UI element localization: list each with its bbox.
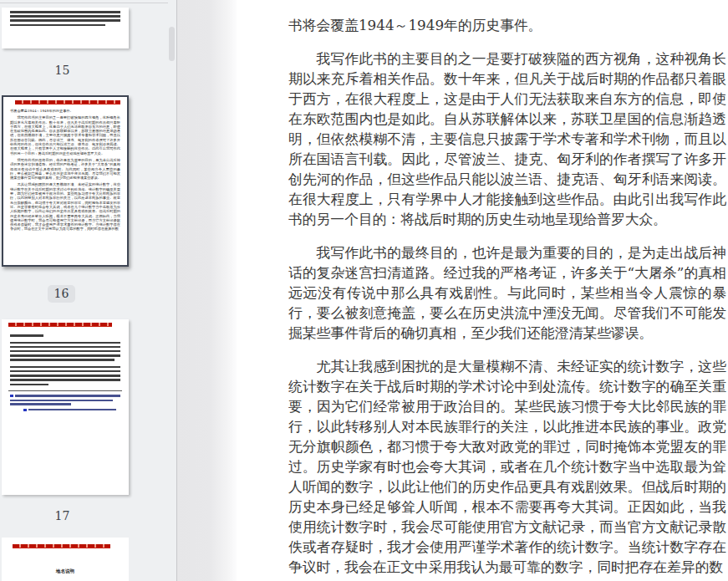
page-thumbnail-15[interactable]	[2, 8, 129, 48]
paragraph: 我写作此书的主要目的之一是要打破狭隘的西方视角，这种视角长期以来充斥着相关作品。…	[288, 48, 726, 229]
red-heading-line	[15, 100, 120, 104]
red-heading-line	[13, 544, 110, 548]
footnote-ref-marker	[10, 395, 13, 397]
pdf-reader-window: 15 书将会覆盖1944～1949年的历史事件。 我写作此书的主要目的之一是要打…	[0, 0, 728, 581]
page-thumbnail-16[interactable]: 书将会覆盖1944～1949年的历史事件。 我写作此书的主要目的之一是要打破狭隘…	[2, 95, 129, 267]
thumbnail-paragraph: 我写作此书的主要目的之一是要打破狭隘的西方视角，这种视角长期以来充斥着相关作品。…	[10, 115, 120, 155]
thumbnail-sidebar: 15 书将会覆盖1944～1949年的历史事件。 我写作此书的主要目的之一是要打…	[0, 0, 176, 581]
page-margin-gutter	[177, 0, 237, 581]
thumbnail-page-text: 书将会覆盖1944～1949年的历史事件。 我写作此书的主要目的之一是要打破狭隘…	[10, 109, 120, 232]
sidebar-top-divider	[0, 3, 168, 3]
thumbnail-paragraph: 书将会覆盖1944～1949年的历史事件。	[10, 109, 120, 113]
red-heading-line	[8, 323, 112, 327]
thumbnail-paragraph: 尤其让我感到困扰的是大量模糊不清、未经证实的统计数字，这些统计数字在关于战后时期…	[10, 182, 120, 231]
thumbnail-text-placeholder	[10, 334, 120, 337]
thumbnail-heading: 地名说明	[2, 568, 129, 574]
page-number-label-16: 16	[48, 285, 75, 303]
page-number-label-17: 17	[2, 508, 123, 523]
page-number-label-15: 15	[2, 63, 123, 78]
paragraph: 尤其让我感到困扰的是大量模糊不清、未经证实的统计数字，这些统计数字在关于战后时期…	[288, 356, 726, 577]
footnote-ref-marker	[23, 409, 27, 411]
thumbnail-footnote-block	[2, 395, 129, 411]
footnote-separator	[8, 390, 122, 391]
thumbnail-text-placeholder	[10, 342, 120, 361]
paragraph: 书将会覆盖1944～1949年的历史事件。	[288, 15, 726, 35]
page-thumbnail-18[interactable]: 地名说明	[2, 538, 129, 581]
page-text: 书将会覆盖1944～1949年的历史事件。 我写作此书的主要目的之一是要打破狭隘…	[237, 0, 726, 577]
paragraph: 我写作此书的最终目的，也许是最为重要的目的，是为走出战后神话的复杂迷宫扫清道路。…	[288, 242, 726, 343]
page-thumbnail-17[interactable]	[2, 319, 129, 495]
sidebar-scrollbar-thumb[interactable]	[169, 27, 175, 61]
document-page[interactable]: 书将会覆盖1944～1949年的历史事件。 我写作此书的主要目的之一是要打破狭隘…	[237, 0, 728, 581]
thumbnail-text-placeholder	[10, 366, 120, 385]
thumbnail-text-placeholder	[10, 11, 120, 26]
thumbnail-paragraph: 我写作此书的最终目的，也许是最为重要的目的，是为走出战后神话的复杂迷宫扫清道路。…	[10, 158, 120, 180]
